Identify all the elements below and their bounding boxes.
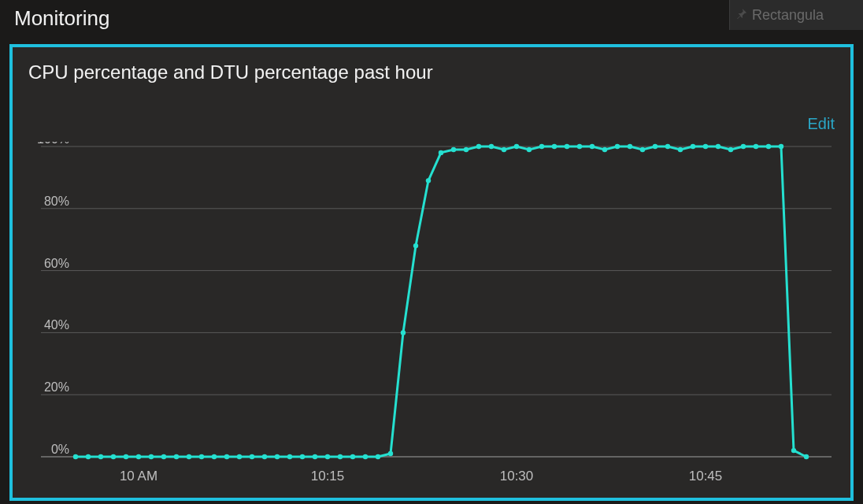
svg-point-20 — [124, 454, 128, 459]
svg-point-67 — [716, 144, 720, 149]
chart-plot-area[interactable]: 0%20%40%60%80%100%10 AM10:1510:3010:45 — [28, 142, 839, 488]
svg-point-55 — [565, 144, 569, 149]
svg-text:10:30: 10:30 — [500, 469, 534, 484]
snip-tool-remnant: Rectangula — [729, 0, 863, 30]
svg-point-70 — [754, 144, 758, 149]
svg-point-25 — [187, 454, 191, 459]
svg-point-38 — [350, 454, 355, 459]
svg-point-17 — [86, 454, 91, 459]
edit-chart-link[interactable]: Edit — [808, 115, 835, 133]
svg-text:100%: 100% — [37, 142, 69, 146]
svg-text:80%: 80% — [44, 195, 69, 208]
monitoring-chart-tile[interactable]: CPU percentage and DTU percentage past h… — [9, 44, 854, 501]
svg-text:10:45: 10:45 — [689, 469, 723, 484]
svg-point-71 — [766, 144, 771, 149]
svg-point-46 — [451, 147, 456, 152]
svg-point-64 — [678, 147, 683, 152]
svg-point-44 — [426, 178, 431, 183]
svg-point-41 — [388, 451, 393, 456]
svg-point-35 — [313, 454, 317, 459]
svg-point-40 — [376, 454, 380, 459]
svg-point-61 — [640, 147, 645, 152]
svg-point-73 — [791, 448, 796, 453]
svg-text:60%: 60% — [44, 257, 69, 270]
svg-point-43 — [413, 243, 418, 248]
svg-point-63 — [665, 144, 670, 149]
svg-point-45 — [439, 150, 443, 155]
svg-point-56 — [577, 144, 582, 149]
svg-point-26 — [199, 454, 204, 459]
svg-point-49 — [489, 144, 494, 149]
svg-point-66 — [703, 144, 708, 149]
svg-point-29 — [237, 454, 242, 459]
svg-point-21 — [136, 454, 141, 459]
svg-point-37 — [338, 454, 343, 459]
section-title: Monitoring — [14, 6, 109, 31]
svg-point-65 — [691, 144, 695, 149]
svg-point-62 — [653, 144, 657, 149]
snip-label: Rectangula — [752, 7, 824, 23]
svg-point-28 — [224, 454, 229, 459]
chart-title: CPU percentage and DTU percentage past h… — [28, 61, 433, 83]
svg-point-59 — [615, 144, 620, 149]
svg-point-34 — [300, 454, 305, 459]
svg-point-72 — [779, 144, 783, 149]
svg-text:0%: 0% — [51, 443, 69, 456]
svg-point-68 — [728, 147, 733, 152]
svg-point-74 — [804, 454, 809, 459]
svg-point-19 — [111, 454, 116, 459]
svg-text:10:15: 10:15 — [311, 469, 345, 484]
svg-point-32 — [275, 454, 280, 459]
svg-text:40%: 40% — [44, 318, 69, 332]
pin-icon — [736, 8, 747, 19]
svg-point-51 — [514, 144, 519, 149]
svg-point-57 — [590, 144, 594, 149]
svg-point-30 — [250, 454, 254, 459]
svg-point-23 — [161, 454, 166, 459]
svg-point-22 — [149, 454, 154, 459]
svg-point-42 — [401, 330, 406, 335]
svg-point-24 — [174, 454, 179, 459]
svg-point-54 — [552, 144, 557, 149]
svg-text:20%: 20% — [44, 380, 69, 394]
svg-point-50 — [502, 147, 506, 152]
svg-point-60 — [628, 144, 632, 149]
svg-point-48 — [476, 144, 481, 149]
svg-point-52 — [527, 147, 532, 152]
svg-point-18 — [98, 454, 103, 459]
svg-point-33 — [287, 454, 292, 459]
svg-point-39 — [363, 454, 368, 459]
svg-point-36 — [325, 454, 330, 459]
svg-point-31 — [262, 454, 267, 459]
svg-point-47 — [464, 147, 469, 152]
svg-point-58 — [602, 147, 607, 152]
svg-point-53 — [539, 144, 544, 149]
svg-point-69 — [741, 144, 746, 149]
svg-point-27 — [212, 454, 217, 459]
svg-text:10 AM: 10 AM — [120, 469, 157, 484]
svg-point-16 — [73, 454, 78, 459]
